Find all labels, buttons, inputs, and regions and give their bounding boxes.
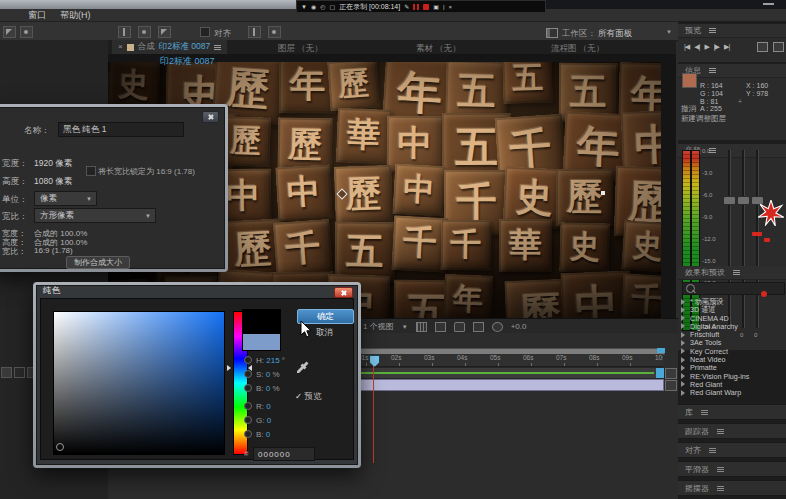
- panel-menu-icon[interactable]: [214, 45, 221, 50]
- comp-button-icon[interactable]: [665, 380, 677, 391]
- chevron-down-icon[interactable]: ▼: [301, 4, 307, 10]
- menu-window[interactable]: 窗口: [28, 9, 46, 22]
- comp-navigator[interactable]: 印2标准 0087: [160, 55, 215, 68]
- close-dialog-icon[interactable]: [202, 111, 219, 123]
- grid-options-icon[interactable]: [416, 322, 427, 332]
- audio-scale-value: -15.0: [702, 258, 716, 264]
- panel-menu-icon[interactable]: [709, 28, 716, 33]
- rotate-tool-icon[interactable]: [268, 26, 281, 38]
- transport-button[interactable]: |◀: [684, 43, 689, 51]
- mask-tool-icon[interactable]: [158, 26, 171, 38]
- views-selector[interactable]: 1 个视图: [363, 321, 394, 332]
- window-select-icon[interactable]: ▢: [329, 3, 335, 10]
- search-icon: [686, 284, 695, 293]
- stop-recording-button[interactable]: [423, 4, 429, 10]
- eyedropper-icon[interactable]: [296, 361, 309, 374]
- current-time-line: [373, 355, 374, 463]
- record-tool-icon[interactable]: ◉: [311, 3, 316, 10]
- workspace-value[interactable]: 所有面板: [598, 28, 632, 40]
- hue-arrow-left-icon[interactable]: [227, 365, 231, 371]
- transport-button[interactable]: |▶: [714, 43, 719, 51]
- radio-h[interactable]: [244, 356, 252, 364]
- close-picker-icon[interactable]: [334, 287, 353, 298]
- pause-recording-button[interactable]: [413, 4, 419, 10]
- units-dropdown[interactable]: 像素▼: [34, 191, 97, 206]
- selection-tool-icon[interactable]: [3, 26, 16, 38]
- name-input[interactable]: 黑色 纯色 1: [58, 122, 184, 137]
- menu-help[interactable]: 帮助(H): [60, 9, 91, 22]
- comp-marker-bin-icon[interactable]: [665, 368, 677, 379]
- color-pick-indicator[interactable]: [56, 443, 64, 451]
- pixel-aspect-dropdown[interactable]: 方形像素▼: [34, 208, 156, 223]
- height-value[interactable]: 1080 像素: [34, 176, 72, 188]
- collapsed-panel-1[interactable]: 跟踪器: [678, 423, 786, 439]
- audio-level-slider[interactable]: [723, 196, 736, 205]
- effects-category[interactable]: Key Correct: [680, 347, 784, 355]
- align-checkbox[interactable]: [200, 27, 210, 38]
- pen-annotate-icon[interactable]: ✎: [404, 3, 409, 10]
- radio-r[interactable]: [244, 402, 252, 410]
- saturation-brightness-field[interactable]: [53, 311, 225, 455]
- effects-category[interactable]: Red Giant: [680, 380, 784, 388]
- red-mark: [764, 238, 770, 242]
- views-dropdown-arrow-icon[interactable]: ▼: [402, 324, 408, 330]
- effects-category[interactable]: Primatte: [680, 363, 784, 371]
- effects-category[interactable]: Neat Video: [680, 355, 784, 363]
- audio-level-slider[interactable]: [737, 196, 750, 205]
- save-recording-icon[interactable]: ▣: [433, 3, 439, 10]
- crosshair-icon: +: [738, 98, 742, 106]
- close-recorder-icon[interactable]: ×: [448, 4, 452, 10]
- make-comp-size-button[interactable]: 制作合成大小: [66, 256, 130, 269]
- effects-category[interactable]: Digital Anarchy: [680, 322, 784, 330]
- timeline-zoom-handle[interactable]: [657, 348, 665, 353]
- radio-g[interactable]: [244, 416, 252, 424]
- loop-icon[interactable]: [773, 42, 784, 52]
- radio-s[interactable]: [244, 370, 252, 378]
- time-ruler[interactable]: 01s02s03s04s05s06s07s08s09s10s: [352, 354, 663, 367]
- width-value[interactable]: 1920 像素: [34, 158, 72, 170]
- lock-aspect-checkbox[interactable]: [86, 166, 96, 176]
- pan-tool-icon[interactable]: [20, 26, 33, 38]
- effects-category[interactable]: RE:Vision Plug-ins: [680, 372, 784, 380]
- collapsed-panel-0[interactable]: 库: [678, 404, 786, 420]
- workspace-dropdown-arrow-icon[interactable]: ▼: [666, 29, 672, 35]
- hex-input[interactable]: 000000: [253, 447, 315, 461]
- ram-preview-icon[interactable]: [757, 42, 768, 52]
- align-checkbox-box[interactable]: [200, 27, 210, 37]
- work-area-end-handle[interactable]: [656, 368, 664, 378]
- tab-composition[interactable]: × 合成 印2标准 0087: [112, 40, 227, 54]
- work-area-bar[interactable]: [352, 367, 665, 379]
- channel-icon[interactable]: [473, 322, 484, 332]
- zoom-tool-icon[interactable]: ◴: [320, 3, 325, 10]
- layer-edge-handle[interactable]: [601, 191, 605, 195]
- video-switch-icon[interactable]: [1, 367, 12, 378]
- collapsed-panel-3[interactable]: 平滑器: [678, 461, 786, 477]
- effects-category[interactable]: Red Giant Warp: [680, 388, 784, 396]
- close-tab-icon[interactable]: ×: [118, 43, 123, 51]
- camera-snapshot-icon[interactable]: [454, 322, 465, 332]
- layer-duration-bar[interactable]: [352, 379, 664, 391]
- minimize-icon[interactable]: [763, 3, 774, 5]
- scale-tool-icon[interactable]: [248, 26, 261, 38]
- region-of-interest-icon[interactable]: [435, 322, 446, 332]
- info-x: X : 160: [746, 82, 768, 90]
- collapsed-panel-4[interactable]: 摇摆器: [678, 480, 786, 496]
- transport-button[interactable]: ◀|: [694, 43, 699, 51]
- audio-switch-icon[interactable]: [14, 367, 25, 378]
- preview-checkbox[interactable]: ✓ 预览: [295, 391, 322, 403]
- radio-b[interactable]: [244, 384, 252, 392]
- effects-category[interactable]: Frischluft: [680, 330, 784, 338]
- exposure-icon[interactable]: [492, 322, 503, 332]
- camera-tool-icon[interactable]: [138, 26, 151, 38]
- panel-menu-icon[interactable]: [733, 270, 740, 275]
- radio-b2[interactable]: [244, 430, 252, 438]
- puppet-tool-icon[interactable]: [118, 26, 131, 38]
- transport-button[interactable]: ▶: [704, 43, 708, 51]
- effects-category[interactable]: 3Ae Tools: [680, 338, 784, 346]
- transport-button[interactable]: ▶|: [724, 43, 729, 51]
- collapsed-panel-2[interactable]: 对齐: [678, 442, 786, 458]
- exposure-value[interactable]: +0.0: [511, 322, 527, 331]
- panel-menu-icon[interactable]: [709, 68, 716, 73]
- effects-category[interactable]: 3D 通道: [680, 305, 784, 313]
- effects-category[interactable]: CINEMA 4D: [680, 314, 784, 322]
